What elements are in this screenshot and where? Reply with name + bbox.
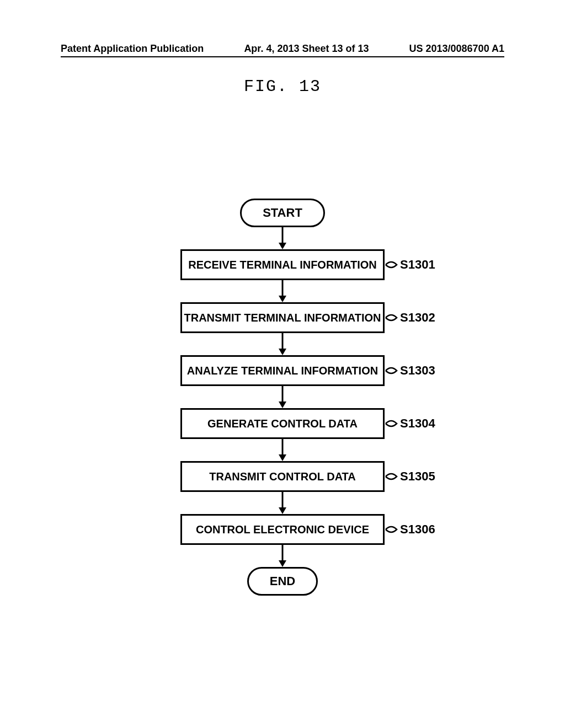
- flowchart: START RECEIVE TERMINAL INFORMATION S1301: [0, 199, 565, 596]
- step-reference-text: S1305: [400, 469, 435, 484]
- flow-end-text: END: [270, 574, 295, 588]
- flow-step-text: CONTROL ELECTRONIC DEVICE: [196, 523, 369, 536]
- header-left: Patent Application Publication: [61, 43, 204, 55]
- step-reference: S1303: [385, 363, 435, 378]
- step-reference: S1306: [385, 522, 435, 537]
- arrow-icon: [277, 386, 288, 408]
- arrow-icon: [277, 492, 288, 514]
- step-reference: S1301: [385, 257, 435, 272]
- svg-marker-13: [279, 560, 286, 567]
- flow-step-text: GENERATE CONTROL DATA: [207, 417, 358, 430]
- header-rule: [61, 56, 504, 57]
- step-reference: S1304: [385, 416, 435, 431]
- arrow-icon: [277, 439, 288, 461]
- flow-step-row: RECEIVE TERMINAL INFORMATION S1301: [139, 249, 426, 280]
- flow-end-row: END: [139, 567, 426, 596]
- step-reference: S1302: [385, 310, 435, 325]
- svg-marker-9: [279, 454, 286, 461]
- flow-step: RECEIVE TERMINAL INFORMATION: [180, 249, 385, 280]
- flow-end: END: [247, 567, 318, 596]
- flow-start-row: START: [139, 199, 426, 227]
- flow-step: GENERATE CONTROL DATA: [180, 408, 385, 439]
- flow-step-row: CONTROL ELECTRONIC DEVICE S1306: [139, 514, 426, 545]
- svg-marker-11: [279, 507, 286, 514]
- flow-step-row: ANALYZE TERMINAL INFORMATION S1303: [139, 355, 426, 386]
- flow-step-text: RECEIVE TERMINAL INFORMATION: [188, 259, 376, 271]
- flow-step-row: TRANSMIT CONTROL DATA S1305: [139, 461, 426, 492]
- flow-start: START: [240, 199, 325, 227]
- arrow-icon: [277, 333, 288, 355]
- step-reference-text: S1306: [400, 522, 435, 537]
- page: Patent Application Publication Apr. 4, 2…: [0, 0, 565, 728]
- header-center: Apr. 4, 2013 Sheet 13 of 13: [244, 43, 369, 55]
- svg-marker-5: [279, 349, 286, 355]
- header-right: US 2013/0086700 A1: [409, 43, 504, 55]
- svg-marker-1: [279, 243, 286, 249]
- step-reference-text: S1301: [400, 258, 435, 272]
- step-reference-text: S1303: [400, 363, 435, 378]
- step-reference-text: S1302: [400, 311, 435, 325]
- flow-step-text: TRANSMIT CONTROL DATA: [209, 470, 356, 483]
- step-reference: S1305: [385, 469, 435, 484]
- page-header: Patent Application Publication Apr. 4, 2…: [61, 43, 504, 55]
- arrow-icon: [277, 545, 288, 567]
- step-reference-text: S1304: [400, 416, 435, 431]
- flow-start-text: START: [263, 206, 302, 220]
- flow-step-text: ANALYZE TERMINAL INFORMATION: [187, 365, 378, 377]
- svg-marker-7: [279, 402, 286, 408]
- flow-step: ANALYZE TERMINAL INFORMATION: [180, 355, 385, 386]
- svg-marker-3: [279, 296, 286, 302]
- arrow-icon: [277, 280, 288, 302]
- flow-step: TRANSMIT CONTROL DATA: [180, 461, 385, 492]
- flow-step: TRANSMIT TERMINAL INFORMATION: [180, 302, 385, 333]
- flow-step: CONTROL ELECTRONIC DEVICE: [180, 514, 385, 545]
- flow-step-row: GENERATE CONTROL DATA S1304: [139, 408, 426, 439]
- flow-step-row: TRANSMIT TERMINAL INFORMATION S1302: [139, 302, 426, 333]
- figure-label: FIG. 13: [0, 77, 565, 96]
- arrow-icon: [277, 227, 288, 249]
- flow-step-text: TRANSMIT TERMINAL INFORMATION: [184, 312, 381, 324]
